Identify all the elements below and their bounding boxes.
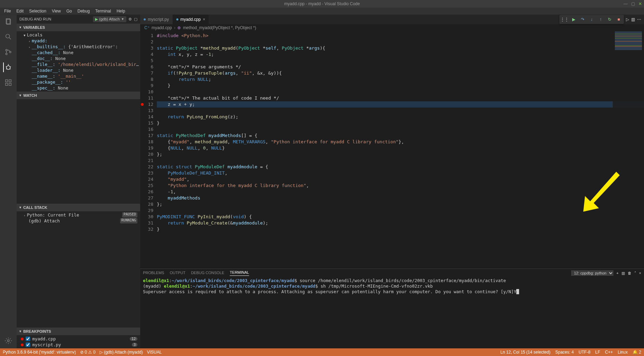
callstack-item[interactable]: ›Python: Current File PAUSED	[17, 212, 140, 218]
breakpoint-checkbox[interactable]	[26, 342, 30, 347]
status-encoding[interactable]: UTF-8	[579, 350, 591, 355]
variables-section-header[interactable]: ▼VARIABLES	[17, 24, 140, 31]
cpp-file-icon: C⁺	[144, 25, 150, 30]
status-os[interactable]: Linux	[618, 350, 628, 355]
line-numbers: 1234567891011121314151617181920212223242…	[140, 31, 157, 269]
variable-row[interactable]: ›__doc__: None	[17, 56, 140, 61]
menu-file[interactable]: File	[2, 8, 13, 14]
variable-row[interactable]: ›__spec__: None	[17, 85, 140, 91]
terminal-selector[interactable]: 12: cppdbg: python	[571, 270, 613, 276]
tab-myadd[interactable]: myadd.cpp ×	[173, 15, 209, 24]
status-cursor[interactable]: Ln 12, Col 15 (14 selected)	[500, 350, 550, 355]
variable-row[interactable]: ›__builtins__: {'ArithmeticError':	[17, 44, 140, 50]
menu-selection[interactable]: Selection	[27, 8, 48, 14]
restart-button[interactable]: ↻	[606, 16, 613, 23]
breakpoint-checkbox[interactable]	[26, 337, 30, 341]
menu-go[interactable]: Go	[64, 8, 74, 14]
breadcrumbs[interactable]: C⁺ myadd.cpp › ⊕ method_myadd(PyObject *…	[140, 24, 644, 31]
source-control-icon[interactable]	[3, 47, 13, 57]
kill-terminal-button[interactable]: 🗑	[628, 271, 632, 275]
split-editor-button[interactable]: ▥	[631, 17, 635, 22]
breakpoint-item[interactable]: myadd.cpp 12	[17, 336, 140, 342]
more-actions-button[interactable]: ⋯	[637, 17, 641, 22]
debug-console-icon[interactable]: ▢	[134, 17, 137, 22]
chevron-down-icon: ▼	[121, 17, 124, 21]
breakpoint-item[interactable]: myscript.py 3	[17, 342, 140, 348]
variable-row[interactable]: ›__file__: '/home/elendil/work/island_bi…	[17, 61, 140, 67]
debug-config-dropdown[interactable]: ▶ (gdb) Attach ▼	[93, 16, 126, 22]
drag-handle-icon[interactable]: ⋮⋮	[561, 16, 568, 23]
window-controls: — ▢ ✕	[624, 1, 642, 6]
stop-button[interactable]: ■	[615, 16, 622, 23]
title-bar: myadd.cpp - myadd - Visual Studio Code —…	[0, 0, 644, 8]
status-notifications[interactable]: 🔔 2	[633, 350, 641, 355]
tab-myscript[interactable]: myscript.py	[140, 15, 173, 24]
editor-tabs: myscript.py myadd.cpp × ⋮⋮ ▶ ↷ ↓ ↑ ↻ ■ ▷	[140, 15, 644, 24]
step-into-button[interactable]: ↓	[588, 16, 595, 23]
svg-rect-13	[6, 80, 8, 82]
breakpoints-section-header[interactable]: ▼BREAKPOINTS	[17, 328, 140, 335]
status-eol[interactable]: LF	[595, 350, 600, 355]
close-button[interactable]: ✕	[638, 1, 642, 6]
menu-bar: File Edit Selection View Go Debug Termin…	[0, 8, 644, 15]
svg-point-17	[7, 340, 9, 342]
close-panel-button[interactable]: ×	[639, 271, 641, 275]
search-icon[interactable]	[3, 32, 13, 42]
status-launch[interactable]: ▷ (gdb) Attach (myadd)	[100, 350, 143, 355]
watch-section-header[interactable]: ▼WATCH	[17, 92, 140, 99]
panel-tab-debugconsole[interactable]: DEBUG CONSOLE	[191, 271, 224, 276]
menu-help[interactable]: Help	[115, 8, 127, 14]
variable-row[interactable]: ›__cached__: None	[17, 50, 140, 56]
split-terminal-button[interactable]: ▥	[621, 271, 625, 276]
run-file-button[interactable]: ▷	[626, 17, 629, 22]
sidebar-title: DEBUG AND RUN	[19, 17, 51, 21]
explorer-icon[interactable]	[3, 17, 13, 26]
status-python[interactable]: Python 3.6.9 64-bit ('myadd': virtualenv…	[3, 350, 76, 355]
status-errors[interactable]: ⊘ 0 ⚠ 0	[80, 350, 95, 355]
variable-row[interactable]: ›__package__: ''	[17, 79, 140, 85]
svg-point-4	[6, 49, 7, 51]
terminal[interactable]: elendil@x1:~/work/island_birds/code/2003…	[140, 277, 644, 348]
svg-line-9	[6, 67, 7, 67]
extensions-icon[interactable]	[3, 78, 13, 87]
play-icon: ▶	[95, 17, 98, 22]
code-editor[interactable]: #include <Python.h>static PyObject *meth…	[157, 31, 644, 269]
variables-locals[interactable]: ▼Locals	[17, 32, 140, 38]
panel-tab-terminal[interactable]: TERMINAL	[230, 270, 249, 276]
svg-line-3	[9, 38, 11, 40]
activity-bar	[0, 15, 17, 348]
new-terminal-button[interactable]: +	[616, 271, 618, 275]
maximize-panel-button[interactable]: ˄	[634, 271, 636, 276]
continue-button[interactable]: ▶	[570, 16, 577, 23]
menu-view[interactable]: View	[50, 8, 63, 14]
callstack-section-header[interactable]: ▼CALL STACK	[17, 204, 140, 211]
status-spaces[interactable]: Spaces: 4	[555, 350, 574, 355]
svg-rect-15	[9, 83, 11, 85]
menu-edit[interactable]: Edit	[14, 8, 26, 14]
method-icon: ⊕	[177, 25, 181, 30]
callstack-item[interactable]: (gdb) Attach RUNNING	[17, 218, 140, 224]
status-language[interactable]: C++	[605, 350, 613, 355]
step-over-button[interactable]: ↷	[579, 16, 586, 23]
variable-row[interactable]: ›__loader__: None	[17, 67, 140, 73]
minimize-button[interactable]: —	[624, 1, 628, 6]
menu-debug[interactable]: Debug	[75, 8, 92, 14]
variable-row[interactable]: ›__name__: '__main__'	[17, 73, 140, 79]
svg-rect-14	[6, 83, 8, 85]
breakpoint-dot-icon	[21, 338, 24, 340]
settings-icon[interactable]	[3, 336, 13, 346]
svg-rect-16	[9, 80, 11, 82]
variable-row[interactable]: ›myadd:	[17, 38, 140, 44]
svg-point-2	[6, 34, 10, 38]
sidebar-header: DEBUG AND RUN ▶ (gdb) Attach ▼ ⚙ ▢	[17, 15, 140, 24]
close-tab-icon[interactable]: ×	[203, 17, 205, 22]
step-out-button[interactable]: ↑	[597, 16, 604, 23]
status-visual: VISUAL	[147, 350, 162, 355]
gear-icon[interactable]: ⚙	[128, 17, 132, 22]
menu-terminal[interactable]: Terminal	[93, 8, 113, 14]
debug-icon[interactable]	[3, 62, 13, 72]
minimap[interactable]	[613, 31, 644, 121]
panel-tab-output[interactable]: OUTPUT	[170, 271, 185, 276]
panel-tab-problems[interactable]: PROBLEMS	[143, 271, 164, 276]
maximize-button[interactable]: ▢	[631, 1, 635, 6]
